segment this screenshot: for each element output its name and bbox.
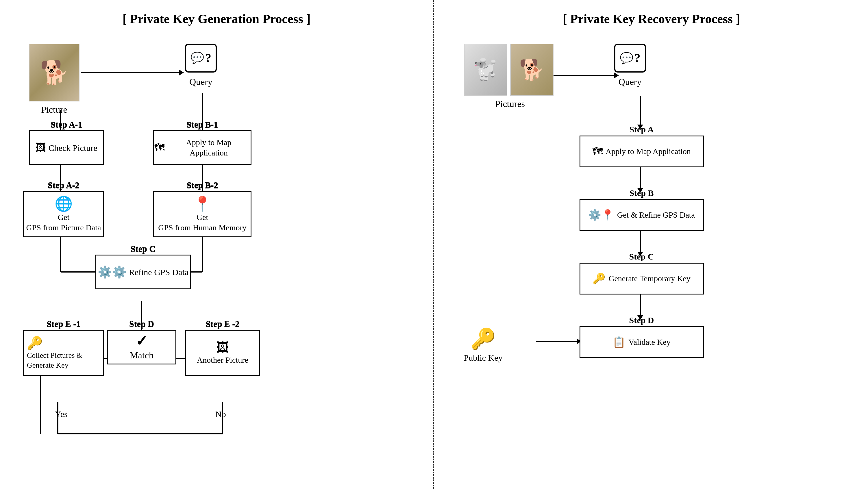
step-c-right-text: Generate Temporary Key (609, 274, 690, 283)
step-d-text: Match (130, 349, 153, 362)
yes-label: Yes (55, 409, 68, 419)
step-e1-title: Step E -1 (23, 319, 104, 329)
left-panel-title: [ Private Key Generation Process ] (123, 11, 310, 26)
step-a2-container: Step A-2 🌐 Get GPS from Picture Data (23, 191, 104, 237)
step-d-right-container: Step D 📋 Validate Key (580, 315, 704, 353)
pictures-caption: Pictures (475, 98, 545, 109)
step-c-right-container: Step C 🔑 Generate Temporary Key (580, 252, 704, 289)
right-query-bubble: 💬 ? Query (614, 43, 646, 87)
svg-marker-1 (179, 70, 184, 75)
left-panel: [ Private Key Generation Process ] (0, 0, 433, 489)
step-a1-container: Step A-1 🖼 Check Picture (29, 130, 104, 165)
right-flow-container: 🐩 🐕 Pictures 💬 ? Query Step A 🗺 Apply to… (452, 35, 851, 478)
step-c-title: Step C (95, 244, 191, 254)
right-panel-title: [ Private Key Recovery Process ] (563, 11, 740, 26)
step-d-container: Step D ✓ Match (107, 330, 176, 364)
step-b2-title: Step B-2 (153, 181, 251, 190)
dog-pictures-right: 🐩 🐕 (464, 43, 554, 96)
step-a2-title: Step A-2 (23, 181, 104, 190)
step-e2-title: Step E -2 (185, 319, 260, 329)
step-e1-text: Collect Pictures & Generate Key (27, 350, 82, 370)
left-flow-container: 🐕 Picture 💬 ? Query Step A-1 🖼 Check Pic… (17, 35, 416, 478)
step-c-container: Step C ⚙️⚙️ Refine GPS Data (95, 255, 191, 289)
left-query-bubble: 💬 ? Query (185, 43, 217, 87)
step-d-title: Step D (107, 319, 176, 329)
step-a1-title: Step A-1 (29, 120, 104, 130)
step-e2-container: Step E -2 🖼 Another Picture (185, 330, 260, 376)
step-a-text: Apply to Map Application (606, 147, 691, 156)
step-d-right-text: Validate Key (628, 338, 670, 347)
step-b1-container: Step B-1 🗺 Apply to Map Application (153, 130, 251, 165)
right-panel: [ Private Key Recovery Process ] (435, 0, 868, 489)
step-e2-text: Another Picture (197, 355, 248, 365)
public-key-icon: 🔑 (464, 327, 503, 350)
step-b2-container: Step B-2 📍 Get GPS from Human Memory (153, 191, 251, 237)
step-b1-text: Apply to Map Application (167, 137, 251, 158)
picture-caption: Picture (29, 104, 80, 115)
right-query-label: Query (614, 77, 646, 87)
step-b1-title: Step B-1 (153, 120, 251, 130)
step-c-right-title: Step C (580, 252, 704, 262)
left-query-label: Query (189, 77, 212, 87)
step-c-text: Refine GPS Data (129, 267, 189, 278)
step-b-title: Step B (580, 188, 704, 198)
step-a-title: Step A (580, 125, 704, 134)
step-b2-text: Get GPS from Human Memory (158, 212, 247, 233)
public-key-container: 🔑 Public Key (464, 327, 503, 363)
dog-picture-left: 🐕 (29, 43, 80, 101)
step-a-container: Step A 🗺 Apply to Map Application (580, 125, 704, 162)
step-e1-container: Step E -1 🔑 Collect Pictures & Generate … (23, 330, 104, 376)
step-a2-text: Get GPS from Picture Data (26, 212, 101, 233)
public-key-label: Public Key (464, 353, 503, 363)
step-b-container: Step B ⚙️📍 Get & Refine GPS Data (580, 188, 704, 226)
step-a1-text: Check Picture (48, 142, 97, 153)
step-d-right-title: Step D (580, 315, 704, 325)
step-b-text: Get & Refine GPS Data (617, 210, 695, 220)
no-label: No (215, 409, 226, 419)
